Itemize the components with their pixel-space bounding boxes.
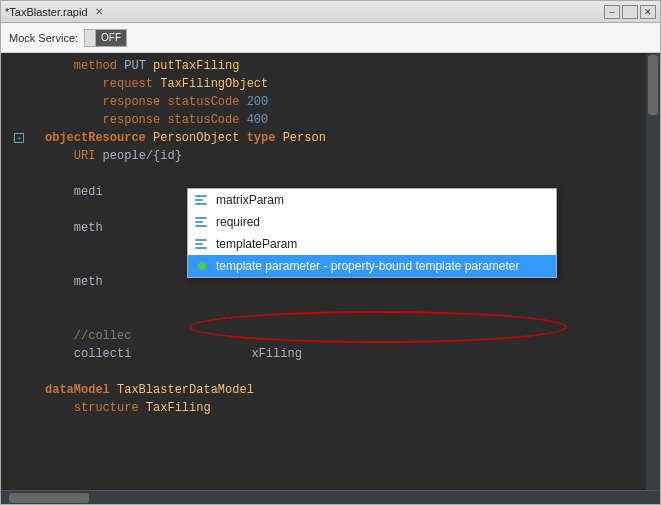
gutter-mark-15 (1, 309, 37, 327)
ac-line-mid-3 (195, 243, 203, 245)
gutter-mark-13 (1, 273, 37, 291)
gutter-mark-20 (1, 399, 37, 417)
gutter-mark-2 (1, 75, 37, 93)
ac-label-templateparam: templateParam (216, 235, 550, 253)
mock-service-label: Mock Service: (9, 32, 78, 44)
gutter-mark-24 (1, 471, 37, 489)
vertical-scrollbar[interactable] (646, 53, 660, 490)
gutter-mark-7 (1, 165, 37, 183)
ac-item-matrixparam[interactable]: matrixParam (188, 189, 556, 211)
gutter-mark-19 (1, 381, 37, 399)
ac-lines-icon-2 (195, 216, 209, 228)
scrollbar-thumb-h[interactable] (9, 493, 89, 503)
code-line-7 (45, 165, 638, 183)
code-line-3: response statusCode 200 (45, 93, 638, 111)
ac-line-top-2 (195, 217, 207, 219)
collapse-arrow[interactable]: + (14, 133, 24, 143)
gutter-mark-22 (1, 435, 37, 453)
gutter-mark-3 (1, 93, 37, 111)
code-line-6: URI people/{id} (45, 147, 638, 165)
title-bar-left: *TaxBlaster.rapid ✕ (5, 5, 106, 18)
gutter-mark-17 (1, 345, 37, 363)
title-bar: *TaxBlaster.rapid ✕ – ✕ (1, 1, 660, 23)
ac-line-bot (195, 203, 207, 205)
gutter-mark-21 (1, 417, 37, 435)
gutter-mark-12 (1, 255, 37, 273)
scrollbar-thumb-v[interactable] (648, 55, 658, 115)
ac-item-template-parameter[interactable]: template parameter - property-bound temp… (188, 255, 556, 277)
ac-icon-templateparam (194, 236, 210, 252)
code-line-18 (45, 363, 638, 381)
gutter-mark-8 (1, 183, 37, 201)
gutter-marks: + (1, 53, 37, 489)
ac-lines-icon (195, 194, 209, 206)
ac-line-top (195, 195, 207, 197)
title-bar-controls: – ✕ (604, 5, 656, 19)
editor-gutter: + (1, 53, 37, 490)
autocomplete-dropdown[interactable]: matrixParam required (187, 188, 557, 278)
tab-close-button[interactable]: ✕ (92, 5, 106, 18)
gutter-mark-18 (1, 363, 37, 381)
gutter-mark-4 (1, 111, 37, 129)
ac-line-bot-3 (195, 247, 207, 249)
ac-item-templateparam[interactable]: templateParam (188, 233, 556, 255)
ac-item-required[interactable]: required (188, 211, 556, 233)
main-window: *TaxBlaster.rapid ✕ – ✕ Mock Service: OF… (0, 0, 661, 505)
ac-icon-matrixparam (194, 192, 210, 208)
ac-icon-required (194, 214, 210, 230)
ac-lines-icon-3 (195, 238, 209, 250)
code-line-2: request TaxFilingObject (45, 75, 638, 93)
gutter-mark-10 (1, 219, 37, 237)
gutter-mark-14 (1, 291, 37, 309)
restore-button[interactable] (622, 5, 638, 19)
horizontal-scrollbar[interactable] (1, 490, 660, 504)
ac-line-mid (195, 199, 203, 201)
toggle-off-side: OFF (96, 30, 126, 46)
code-line-1: method PUT putTaxFiling (45, 57, 638, 75)
ac-label-matrixparam: matrixParam (216, 191, 550, 209)
mock-service-toggle[interactable]: OFF (84, 29, 127, 47)
gutter-mark-6 (1, 147, 37, 165)
gutter-collapse-5[interactable]: + (1, 129, 37, 147)
gutter-mark-1 (1, 57, 37, 75)
toggle-on-side (85, 30, 96, 46)
gutter-mark-23 (1, 453, 37, 471)
code-line-16: //collec (45, 327, 638, 345)
editor-container: + (1, 53, 660, 490)
toolbar: Mock Service: OFF (1, 23, 660, 53)
ac-line-top-3 (195, 239, 207, 241)
ac-label-required: required (216, 213, 550, 231)
code-line-15 (45, 309, 638, 327)
ac-dot-icon (198, 262, 206, 270)
code-line-4: response statusCode 400 (45, 111, 638, 129)
ac-line-mid-2 (195, 221, 203, 223)
gutter-mark-16 (1, 327, 37, 345)
close-button[interactable]: ✕ (640, 5, 656, 19)
gutter-mark-11 (1, 237, 37, 255)
code-line-20: structure TaxFiling (45, 399, 638, 417)
code-line-17: collectixFiling (45, 345, 638, 363)
ac-label-template-parameter: template parameter - property-bound temp… (216, 257, 550, 275)
ac-line-bot-2 (195, 225, 207, 227)
gutter-mark-9 (1, 201, 37, 219)
ac-icon-template-parameter (194, 258, 210, 274)
code-editor[interactable]: method PUT putTaxFiling request TaxFilin… (37, 53, 646, 490)
code-line-19: dataModel TaxBlasterDataModel (45, 381, 638, 399)
minimize-button[interactable]: – (604, 5, 620, 19)
tab-title: *TaxBlaster.rapid (5, 6, 88, 18)
code-line-14 (45, 291, 638, 309)
code-line-5: objectResource PersonObject type Person (45, 129, 638, 147)
